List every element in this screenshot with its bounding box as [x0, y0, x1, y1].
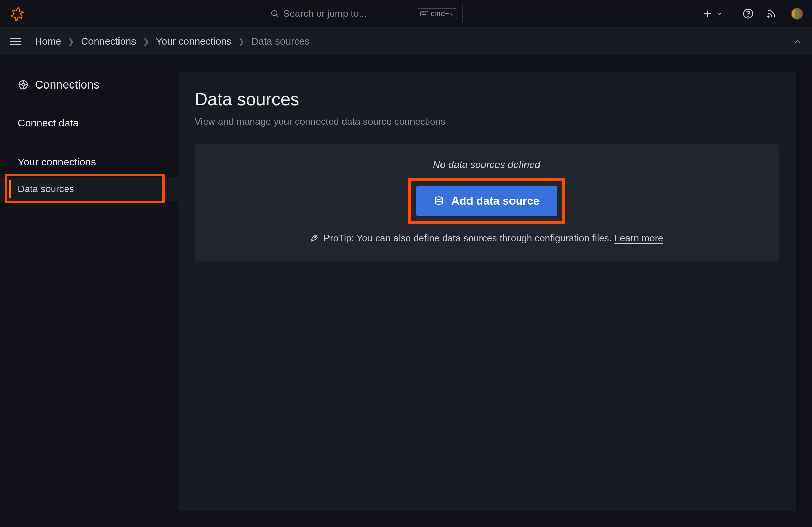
- breadcrumb-data-sources: Data sources: [251, 36, 310, 47]
- connections-icon: [18, 79, 29, 90]
- global-search[interactable]: Search or jump to... cmd+k: [265, 3, 463, 24]
- svg-point-0: [271, 11, 277, 16]
- breadcrumb: Home ❯ Connections ❯ Your connections ❯ …: [35, 36, 793, 47]
- svg-point-11: [768, 16, 769, 17]
- page-title: Data sources: [195, 89, 779, 109]
- chevron-right-icon: ❯: [238, 37, 244, 46]
- svg-rect-2: [421, 11, 428, 16]
- sidebar-title: Connections: [0, 78, 178, 91]
- sidebar: Connections Connect data Your connection…: [0, 55, 178, 527]
- svg-rect-4: [423, 12, 424, 13]
- learn-more-link[interactable]: Learn more: [614, 233, 663, 243]
- svg-rect-3: [422, 12, 423, 13]
- search-shortcut: cmd+k: [417, 8, 457, 19]
- page-subtitle: View and manage your connected data sour…: [195, 116, 779, 127]
- empty-state-message: No data sources defined: [201, 159, 772, 171]
- news-button[interactable]: [764, 6, 779, 21]
- svg-rect-5: [425, 12, 426, 13]
- help-button[interactable]: [741, 6, 755, 21]
- breadcrumb-connections[interactable]: Connections: [81, 36, 136, 47]
- svg-point-18: [435, 197, 442, 200]
- database-icon: [434, 196, 444, 206]
- add-data-source-label: Add data source: [451, 194, 540, 207]
- sidebar-item-your-connections[interactable]: Your connections: [0, 148, 178, 176]
- svg-rect-6: [422, 14, 426, 15]
- breadcrumb-bar: Home ❯ Connections ❯ Your connections ❯ …: [0, 27, 812, 55]
- dock-menu-button[interactable]: [10, 34, 25, 49]
- add-data-source-button[interactable]: Add data source: [416, 186, 558, 216]
- sidebar-item-connect-data[interactable]: Connect data: [0, 109, 178, 137]
- breadcrumb-your-connections[interactable]: Your connections: [156, 36, 232, 47]
- svg-point-10: [748, 16, 748, 16]
- chevron-right-icon: ❯: [68, 37, 74, 46]
- chevron-right-icon: ❯: [143, 37, 149, 46]
- user-avatar[interactable]: [791, 8, 803, 20]
- active-indicator: [9, 180, 11, 198]
- search-placeholder: Search or jump to...: [283, 8, 413, 19]
- chevron-down-icon[interactable]: [716, 10, 723, 17]
- protip-text: ProTip: You can also define data sources…: [201, 233, 772, 244]
- add-menu-button[interactable]: [700, 6, 715, 21]
- kiosk-toggle-button[interactable]: [793, 37, 802, 46]
- page-panel: Data sources View and manage your connec…: [178, 72, 796, 511]
- grafana-logo-icon[interactable]: [10, 5, 27, 22]
- empty-state-card: No data sources defined Add data source: [195, 144, 779, 261]
- svg-point-19: [315, 237, 316, 238]
- rocket-icon: [310, 234, 319, 243]
- breadcrumb-home[interactable]: Home: [35, 36, 61, 47]
- top-toolbar: Search or jump to... cmd+k: [0, 0, 812, 27]
- sidebar-item-data-sources[interactable]: Data sources: [0, 177, 178, 201]
- svg-point-13: [22, 83, 25, 86]
- search-icon: [270, 9, 279, 18]
- svg-line-1: [276, 15, 278, 17]
